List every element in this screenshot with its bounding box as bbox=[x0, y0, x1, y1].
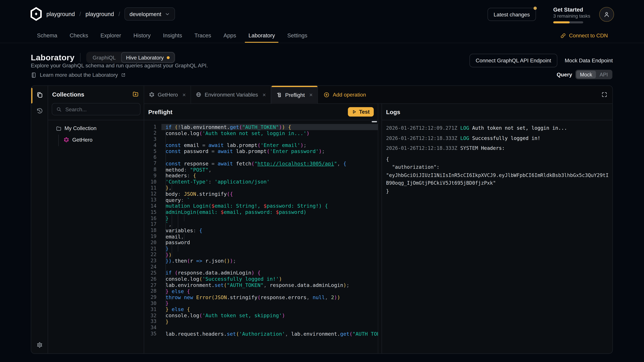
code-line[interactable]: 32 console.log('Auth token set, skipping… bbox=[144, 312, 378, 319]
nav-tab-schema[interactable]: Schema bbox=[37, 28, 57, 43]
collection-operation-gethero[interactable]: GetHero bbox=[64, 137, 92, 143]
toggle-api[interactable]: API bbox=[596, 70, 612, 78]
nav-tab-history[interactable]: History bbox=[133, 28, 150, 43]
gear-icon[interactable] bbox=[36, 342, 43, 349]
line-number: 13 bbox=[144, 197, 162, 203]
code-line[interactable]: 30 } bbox=[144, 300, 378, 306]
hive-logo-icon[interactable] bbox=[30, 7, 42, 21]
code-line[interactable]: 11 }, bbox=[144, 185, 378, 191]
fullscreen-icon[interactable] bbox=[601, 91, 608, 98]
code-line[interactable]: 17 `, bbox=[144, 221, 378, 227]
connect-to-cdn-link[interactable]: Connect to CDN bbox=[560, 28, 608, 43]
code-line[interactable]: 22 }) bbox=[144, 252, 378, 258]
code-line[interactable]: 34 bbox=[144, 325, 378, 331]
link-icon bbox=[560, 33, 566, 38]
learn-more-link[interactable]: Learn more about the Laboratory bbox=[31, 72, 126, 78]
tab-environment-variables[interactable]: Environment Variables× bbox=[191, 86, 271, 103]
toggle-mock[interactable]: Mock bbox=[576, 70, 596, 78]
line-number: 9 bbox=[144, 173, 162, 178]
nav-tab-insights[interactable]: Insights bbox=[163, 28, 182, 43]
indent-guide bbox=[166, 185, 166, 191]
code-line[interactable]: 33} bbox=[144, 319, 378, 325]
nav-tab-checks[interactable]: Checks bbox=[70, 28, 88, 43]
code-line[interactable]: 13 query: ` bbox=[144, 197, 378, 203]
code-line[interactable]: 18 variables: { bbox=[144, 227, 378, 233]
code-line[interactable]: 6 bbox=[144, 154, 378, 160]
close-icon[interactable]: × bbox=[262, 92, 266, 97]
code-line[interactable]: 31} else { bbox=[144, 306, 378, 312]
code-line[interactable]: 2 console.log('Auth token not set, loggi… bbox=[144, 130, 378, 136]
search-box[interactable] bbox=[52, 103, 140, 115]
nav-tab-traces[interactable]: Traces bbox=[194, 28, 211, 43]
add-operation-button[interactable]: Add operation bbox=[318, 86, 372, 103]
connect-endpoint-button[interactable]: Connect GraphQL API Endpoint bbox=[470, 54, 557, 67]
breadcrumb-project[interactable]: playground bbox=[86, 11, 114, 17]
mode-toggle: GraphiQL Hive Laboratory bbox=[86, 52, 175, 63]
indent-guide bbox=[166, 252, 166, 258]
collections-icon[interactable] bbox=[36, 91, 43, 98]
collection-folder[interactable]: My Collection bbox=[56, 125, 96, 131]
close-icon[interactable]: × bbox=[309, 92, 312, 98]
test-button[interactable]: Test bbox=[348, 107, 374, 116]
history-icon[interactable] bbox=[36, 108, 43, 115]
code-line[interactable]: 14 mutation Login($email: String!, $pass… bbox=[144, 203, 378, 209]
code-line[interactable]: 5 const password = await lab.prompt('Ent… bbox=[144, 148, 378, 154]
indent-guide bbox=[166, 312, 166, 319]
indent-guide bbox=[172, 227, 172, 233]
latest-changes-button[interactable]: Latest changes bbox=[487, 8, 536, 21]
code-line[interactable]: 16 } bbox=[144, 215, 378, 221]
code-line[interactable]: 23 }).then(r => r.json()); bbox=[144, 258, 378, 264]
code-editor[interactable]: 1if (!lab.environment.get("AUTH_TOKEN"))… bbox=[144, 120, 378, 337]
code-line[interactable]: 3 bbox=[144, 136, 378, 142]
nav-tab-apps[interactable]: Apps bbox=[224, 28, 236, 43]
nav-tab-explorer[interactable]: Explorer bbox=[100, 28, 121, 43]
toggle-graphiql[interactable]: GraphiQL bbox=[87, 52, 121, 62]
code-line[interactable]: 10 'Content-Type': 'application/json' bbox=[144, 179, 378, 185]
search-input[interactable] bbox=[64, 106, 136, 113]
mock-endpoint-button[interactable]: Mock Data Endpoint bbox=[565, 57, 613, 64]
close-icon[interactable]: × bbox=[182, 92, 186, 97]
graphql-icon bbox=[64, 137, 69, 142]
breadcrumb-org[interactable]: playground bbox=[46, 11, 75, 17]
target-selector[interactable]: development bbox=[124, 7, 175, 20]
indent-guide bbox=[172, 185, 172, 191]
code-line[interactable]: 12 body: JSON.stringify({ bbox=[144, 191, 378, 197]
code-line[interactable]: 7 const response = await fetch("http://l… bbox=[144, 160, 378, 166]
code-line[interactable]: 1if (!lab.environment.get("AUTH_TOKEN"))… bbox=[144, 124, 378, 130]
code-line[interactable]: 27 lab.environment.set("AUTH_TOKEN", res… bbox=[144, 282, 378, 288]
line-number: 8 bbox=[144, 167, 162, 172]
chevron-down-icon bbox=[164, 11, 170, 16]
code-line[interactable]: 15 adminLogin(email: $email, password: $… bbox=[144, 209, 378, 215]
code-line[interactable]: 29 throw new Error(JSON.stringify(respon… bbox=[144, 294, 378, 300]
new-collection-icon[interactable] bbox=[132, 91, 139, 97]
code-line[interactable]: 25 if (response.data.adminLogin) { bbox=[144, 270, 378, 276]
code-line[interactable]: 24 bbox=[144, 264, 378, 270]
indent-guide bbox=[172, 197, 172, 203]
indent-guide bbox=[166, 148, 166, 154]
code-line[interactable]: 26 console.log('Successfully logged in!'… bbox=[144, 276, 378, 282]
nav-tab-settings[interactable]: Settings bbox=[287, 28, 307, 43]
tab-gethero[interactable]: GetHero× bbox=[144, 86, 191, 103]
notification-dot bbox=[534, 6, 537, 10]
resize-handle[interactable] bbox=[372, 121, 377, 122]
indent-guide bbox=[166, 258, 166, 264]
toggle-hive-laboratory[interactable]: Hive Laboratory bbox=[121, 52, 174, 63]
code-line[interactable]: 8 method: "POST", bbox=[144, 167, 378, 173]
indent-guide bbox=[166, 270, 166, 276]
user-avatar[interactable] bbox=[599, 7, 614, 22]
indent-guide bbox=[166, 197, 166, 203]
code-line[interactable]: 20 password bbox=[144, 240, 378, 246]
log-json-line: "eyJhbGciOiJIUzI1NiIsInR5cCI6IkpXVCJ9.ey… bbox=[386, 171, 609, 179]
code-line[interactable]: 4 const email = await lab.prompt('Enter … bbox=[144, 142, 378, 148]
tab-preflight[interactable]: Preflight× bbox=[271, 86, 318, 104]
code-line[interactable]: 9 headers: { bbox=[144, 173, 378, 179]
nav-tab-laboratory[interactable]: Laboratory bbox=[248, 28, 275, 43]
get-started-widget[interactable]: Get Started 3 remaining tasks bbox=[553, 6, 586, 23]
graphql-icon bbox=[149, 92, 154, 97]
code-line[interactable]: 35lab.request.headers.set('Authorization… bbox=[144, 331, 378, 337]
code-line[interactable]: 19 email, bbox=[144, 233, 378, 240]
indent-guide bbox=[178, 179, 178, 185]
pane-resizer[interactable] bbox=[378, 104, 382, 354]
code-line[interactable]: 28 } else { bbox=[144, 288, 378, 294]
code-line[interactable]: 21 } bbox=[144, 246, 378, 252]
